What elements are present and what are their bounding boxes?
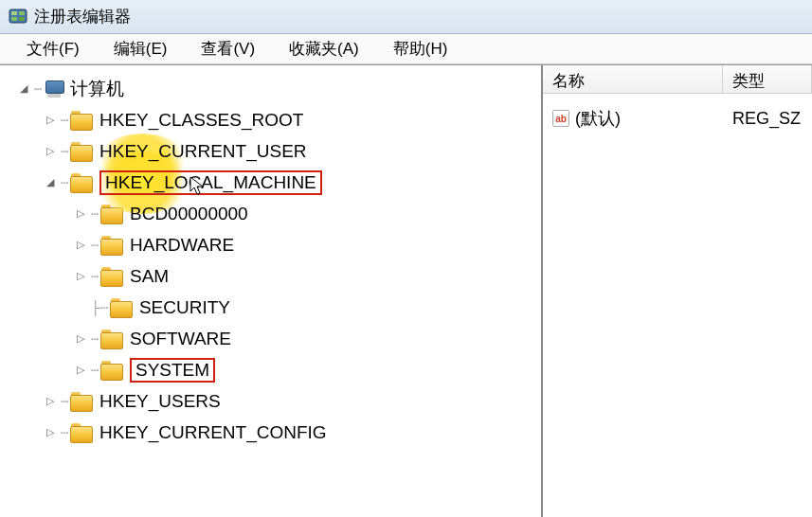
list-row[interactable]: ab (默认) REG_SZ	[543, 101, 812, 135]
node-label: SYSTEM	[130, 358, 215, 383]
expand-icon[interactable]: ▷	[44, 426, 57, 439]
tree-line: ┄	[61, 144, 68, 159]
value-name: (默认)	[575, 107, 621, 130]
folder-icon	[70, 423, 93, 442]
svg-rect-1	[11, 11, 17, 15]
tree-node-hkcu[interactable]: ▷ ┄ HKEY_CURRENT_USER	[0, 135, 541, 167]
folder-icon	[70, 111, 93, 130]
list-panel: 名称 类型 ab (默认) REG_SZ	[543, 65, 812, 517]
expand-icon[interactable]: ▷	[44, 145, 57, 158]
list-header: 名称 类型	[543, 65, 812, 94]
tree-line: ┄	[91, 363, 99, 378]
tree-line: ├┄	[91, 300, 108, 315]
node-label: HARDWARE	[130, 235, 234, 256]
svg-rect-4	[19, 17, 25, 21]
tree-node-hkcr[interactable]: ▷ ┄ HKEY_CLASSES_ROOT	[0, 104, 541, 135]
tree-line: ┄	[91, 331, 99, 347]
tree-node-hardware[interactable]: ▷ ┄ HARDWARE	[0, 229, 541, 260]
string-value-icon: ab	[552, 110, 569, 127]
tree-node-sam[interactable]: ▷ ┄ SAM	[0, 260, 541, 292]
node-label: HKEY_LOCAL_MACHINE	[99, 170, 322, 195]
node-label: 计算机	[70, 77, 124, 101]
expand-icon[interactable]: ▷	[44, 114, 57, 127]
tree-node-bcd[interactable]: ▷ ┄ BCD00000000	[0, 198, 541, 229]
tree-line: ┄	[91, 238, 99, 253]
folder-icon	[110, 298, 133, 317]
collapse-icon[interactable]: ◢	[44, 176, 57, 189]
tree-line: ┄	[61, 425, 68, 440]
node-label: HKEY_CURRENT_USER	[99, 141, 307, 162]
expand-icon[interactable]: ▷	[74, 207, 87, 221]
expand-icon[interactable]: ▷	[44, 395, 57, 408]
menu-help[interactable]: 帮助(H)	[376, 34, 465, 63]
folder-icon	[100, 330, 123, 348]
menu-file[interactable]: 文件(F)	[9, 34, 97, 63]
tree-line: ┄	[34, 81, 42, 97]
expand-icon[interactable]: ▷	[74, 364, 87, 377]
node-label: HKEY_CLASSES_ROOT	[99, 110, 303, 131]
tree-node-security[interactable]: ▷ ├┄ SECURITY	[0, 292, 541, 323]
svg-rect-2	[19, 11, 25, 15]
tree-line: ┄	[61, 394, 68, 409]
column-header-type[interactable]: 类型	[723, 65, 812, 93]
node-label: HKEY_CURRENT_CONFIG	[99, 422, 327, 443]
menubar: 文件(F) 编辑(E) 查看(V) 收藏夹(A) 帮助(H)	[0, 34, 812, 64]
value-type-cell: REG_SZ	[723, 105, 812, 132]
tree-node-computer[interactable]: ◢ ┄ 计算机	[0, 73, 541, 104]
collapse-icon[interactable]: ◢	[17, 82, 30, 96]
list-body[interactable]: ab (默认) REG_SZ	[543, 94, 812, 517]
tree-panel[interactable]: ◢ ┄ 计算机 ▷ ┄ HKEY_CLASSES_ROOT ▷ ┄ HKEY_C…	[0, 65, 543, 517]
menu-favorites[interactable]: 收藏夹(A)	[272, 34, 376, 63]
menu-view[interactable]: 查看(V)	[184, 34, 272, 63]
tree-line: ┄	[91, 269, 99, 284]
tree-line: ┄	[61, 113, 68, 128]
tree-node-system[interactable]: ▷ ┄ SYSTEM	[0, 354, 541, 385]
tree-node-hklm[interactable]: ◢ ┄ HKEY_LOCAL_MACHINE	[0, 167, 541, 198]
folder-icon	[100, 267, 123, 286]
computer-icon	[44, 80, 64, 98]
node-label: HKEY_USERS	[99, 391, 221, 412]
window-title: 注册表编辑器	[34, 6, 131, 27]
node-label: SECURITY	[139, 297, 230, 318]
tree-node-hku[interactable]: ▷ ┄ HKEY_USERS	[0, 385, 541, 417]
value-name-cell: ab (默认)	[543, 105, 723, 132]
svg-rect-3	[11, 17, 17, 21]
folder-icon	[100, 361, 123, 380]
titlebar: 注册表编辑器	[0, 0, 812, 34]
column-header-name[interactable]: 名称	[543, 65, 723, 93]
expand-icon[interactable]: ▷	[74, 239, 87, 252]
tree-node-software[interactable]: ▷ ┄ SOFTWARE	[0, 323, 541, 354]
folder-icon	[100, 205, 123, 223]
menu-edit[interactable]: 编辑(E)	[97, 34, 185, 63]
tree-line: ┄	[61, 175, 68, 190]
folder-icon	[70, 392, 93, 411]
content-area: ◢ ┄ 计算机 ▷ ┄ HKEY_CLASSES_ROOT ▷ ┄ HKEY_C…	[0, 64, 812, 517]
node-label: SOFTWARE	[130, 329, 231, 349]
folder-icon	[70, 173, 93, 192]
folder-icon	[100, 236, 123, 255]
expand-icon[interactable]: ▷	[74, 332, 87, 346]
node-label: BCD00000000	[130, 204, 248, 224]
folder-icon	[70, 142, 93, 161]
tree-line: ┄	[91, 206, 99, 222]
expand-icon[interactable]: ▷	[74, 270, 87, 283]
node-label: SAM	[130, 266, 169, 287]
tree-node-hkcc[interactable]: ▷ ┄ HKEY_CURRENT_CONFIG	[0, 417, 541, 448]
app-icon	[8, 7, 28, 27]
